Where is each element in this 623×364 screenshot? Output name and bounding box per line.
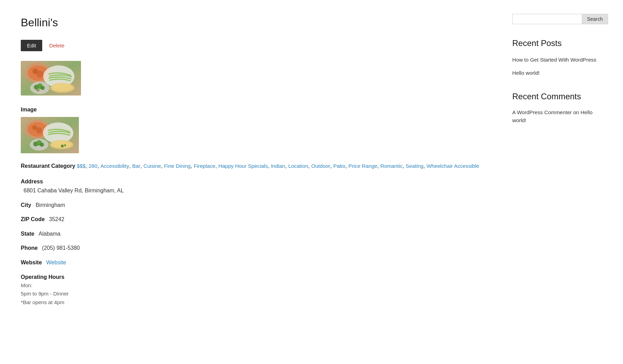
svg-point-22 — [40, 143, 44, 147]
restaurant-main-image — [21, 61, 81, 95]
city-field: City Birmingham — [21, 201, 491, 210]
comment-on-text: on — [572, 109, 580, 115]
zip-field: ZIP Code 35242 — [21, 215, 491, 224]
action-bar: Edit Delete — [21, 40, 491, 51]
phone-value: (205) 981-5380 — [42, 245, 80, 251]
category-link[interactable]: Romantic — [380, 163, 403, 169]
recent-post-link[interactable]: Hello world! — [512, 70, 540, 76]
category-separator: , — [377, 163, 380, 169]
address-value: 6801 Cahaba Valley Rd, Birmingham, AL — [24, 188, 124, 193]
state-field: State Alabama — [21, 229, 491, 238]
list-item: How to Get Started With WordPress — [512, 55, 602, 64]
hours-line: Mon: — [21, 281, 491, 290]
recent-comments-section: Recent Comments A WordPress Commenter on… — [512, 90, 602, 125]
svg-point-12 — [52, 84, 73, 91]
phone-field: Phone (205) 981-5380 — [21, 244, 491, 253]
category-separator: , — [129, 163, 132, 169]
category-separator: , — [308, 163, 311, 169]
page-title: Bellini's — [21, 14, 491, 31]
category-separator: , — [97, 163, 100, 169]
category-separator: , — [215, 163, 218, 169]
category-link[interactable]: Seating — [406, 163, 424, 169]
svg-point-4 — [36, 71, 43, 78]
svg-point-9 — [40, 86, 45, 90]
category-link[interactable]: Cuisine — [143, 163, 161, 169]
operating-hours-field: Operating Hours Mon:5pm to 9pm - Dinner*… — [21, 273, 491, 307]
website-field: Website Website — [21, 258, 491, 267]
category-link[interactable]: Fine Dining — [164, 163, 191, 169]
category-link[interactable]: Accessibility — [100, 163, 129, 169]
recent-comments-title: Recent Comments — [512, 90, 602, 103]
categories-field: Restaurant Category $$$, 280, Accessibil… — [21, 162, 491, 171]
zip-label: ZIP Code — [21, 216, 45, 222]
category-separator: , — [345, 163, 349, 169]
zip-value: 35242 — [49, 216, 65, 222]
category-link[interactable]: Indian — [271, 163, 285, 169]
image-label: Image — [21, 105, 491, 114]
svg-point-25 — [61, 145, 64, 147]
main-content: Bellini's Edit Delete — [21, 14, 491, 309]
recent-posts-title: Recent Posts — [512, 37, 602, 50]
hours-label: Operating Hours — [21, 274, 64, 280]
category-link[interactable]: $$$ — [77, 163, 85, 169]
image-thumbnail — [21, 117, 79, 153]
category-separator: , — [85, 163, 89, 169]
category-separator: , — [161, 163, 164, 169]
address-field: Address 6801 Cahaba Valley Rd, Birmingha… — [21, 177, 491, 195]
address-label: Address — [21, 179, 43, 184]
category-link[interactable]: Happy Hour Specials — [218, 163, 268, 169]
delete-button[interactable]: Delete — [49, 42, 64, 50]
category-link[interactable]: Location — [288, 163, 308, 169]
phone-label: Phone — [21, 245, 38, 251]
comment-author-link[interactable]: A WordPress Commenter — [512, 109, 572, 115]
category-separator: , — [268, 163, 271, 169]
sidebar: Search Recent Posts How to Get Started W… — [512, 14, 602, 309]
search-form: Search — [512, 14, 602, 24]
state-value: Alabama — [39, 231, 61, 237]
city-label: City — [21, 202, 31, 208]
category-link[interactable]: Wheelchair Accessible — [426, 163, 479, 169]
category-link[interactable]: Bar — [132, 163, 141, 169]
category-separator: , — [403, 163, 406, 169]
image-section: Image — [21, 105, 491, 153]
edit-button[interactable]: Edit — [21, 40, 42, 51]
website-label: Website — [21, 260, 42, 265]
recent-posts-list: How to Get Started With WordPressHello w… — [512, 55, 602, 77]
categories-list: $$$, 280, Accessibility, Bar, Cuisine, F… — [77, 163, 479, 169]
category-separator: , — [330, 163, 333, 169]
categories-label: Restaurant Category — [21, 163, 75, 169]
comment-entry: A WordPress Commenter on Hello world! — [512, 109, 602, 125]
category-separator: , — [191, 163, 194, 169]
state-label: State — [21, 231, 34, 237]
svg-point-26 — [64, 144, 66, 146]
category-link[interactable]: 280 — [89, 163, 97, 169]
recent-post-link[interactable]: How to Get Started With WordPress — [512, 57, 596, 63]
website-link[interactable]: Website — [46, 260, 66, 265]
category-link[interactable]: Price Range — [349, 163, 378, 169]
city-value: Birmingham — [36, 202, 65, 208]
list-item: Hello world! — [512, 69, 602, 78]
category-link[interactable]: Patio — [333, 163, 345, 169]
search-input[interactable] — [512, 14, 582, 24]
hours-line: *Bar opens at 4pm — [21, 298, 491, 307]
hours-line: 5pm to 9pm - Dinner — [21, 290, 491, 298]
svg-point-10 — [36, 89, 40, 91]
svg-point-17 — [36, 127, 42, 134]
category-separator: , — [285, 163, 288, 169]
recent-comments-list: A WordPress Commenter on Hello world! — [512, 109, 602, 125]
category-link[interactable]: Outdoor — [311, 163, 330, 169]
recent-posts-section: Recent Posts How to Get Started With Wor… — [512, 37, 602, 78]
search-widget: Search — [512, 14, 602, 24]
hours-content: Mon:5pm to 9pm - Dinner*Bar opens at 4pm — [21, 281, 491, 307]
category-link[interactable]: Fireplace — [194, 163, 215, 169]
search-button[interactable]: Search — [582, 14, 608, 24]
